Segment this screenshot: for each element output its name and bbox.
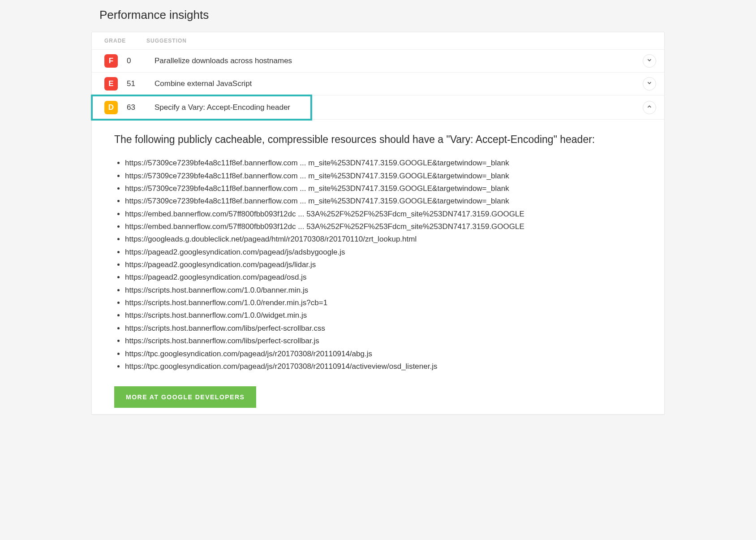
suggestion-text: Specify a Vary: Accept-Encoding header [155, 103, 303, 112]
header-suggestion: SUGGESTION [146, 38, 187, 44]
resource-list: https://57309ce7239bfe4a8c11f8ef.bannerf… [114, 157, 651, 373]
resource-list-item: https://57309ce7239bfe4a8c11f8ef.bannerf… [125, 195, 651, 207]
chevron-down-icon [646, 57, 653, 65]
grade-badge: D [104, 101, 118, 114]
resource-list-item: https://scripts.host.bannerflow.com/1.0.… [125, 284, 651, 297]
grade-badge: E [104, 77, 118, 91]
grade-score: 63 [127, 103, 155, 112]
grade-badge: F [104, 54, 118, 68]
suggestion-text: Parallelize downloads across hostnames [155, 56, 638, 65]
header-grade: GRADE [104, 38, 146, 44]
resource-list-item: https://embed.bannerflow.com/57ff800fbb0… [125, 208, 651, 220]
grade-score: 51 [127, 79, 155, 88]
resource-list-item: https://scripts.host.bannerflow.com/libs… [125, 335, 651, 347]
resource-list-item: https://57309ce7239bfe4a8c11f8ef.bannerf… [125, 182, 651, 195]
collapse-button[interactable] [643, 101, 656, 114]
resource-list-item: https://googleads.g.doubleclick.net/page… [125, 233, 651, 246]
insight-row-expanded[interactable]: D 63 x D 63 Specify a Vary: Accept-Encod… [92, 95, 664, 120]
chevron-up-icon [646, 104, 653, 112]
resource-list-item: https://scripts.host.bannerflow.com/1.0.… [125, 297, 651, 309]
insight-row[interactable]: F 0 Parallelize downloads across hostnam… [92, 50, 664, 73]
resource-list-item: https://57309ce7239bfe4a8c11f8ef.bannerf… [125, 157, 651, 169]
table-header: GRADE SUGGESTION [92, 32, 664, 50]
insights-panel: GRADE SUGGESTION F 0 Parallelize downloa… [91, 32, 665, 415]
resource-list-item: https://scripts.host.bannerflow.com/libs… [125, 322, 651, 335]
more-at-google-developers-button[interactable]: MORE AT GOOGLE DEVELOPERS [114, 386, 256, 408]
insight-detail: The following publicly cacheable, compre… [92, 120, 664, 415]
page-title: Performance insights [99, 8, 665, 22]
suggestion-text: Combine external JavaScript [155, 79, 638, 88]
chevron-down-icon [646, 80, 653, 88]
detail-heading: The following publicly cacheable, compre… [114, 132, 634, 147]
resource-list-item: https://pagead2.googlesyndication.com/pa… [125, 246, 651, 259]
resource-list-item: https://scripts.host.bannerflow.com/1.0.… [125, 309, 651, 322]
resource-list-item: https://tpc.googlesyndication.com/pagead… [125, 348, 651, 360]
resource-list-item: https://pagead2.googlesyndication.com/pa… [125, 259, 651, 271]
resource-list-item: https://pagead2.googlesyndication.com/pa… [125, 271, 651, 284]
expand-button[interactable] [643, 54, 656, 68]
resource-list-item: https://embed.bannerflow.com/57ff800fbb0… [125, 220, 651, 233]
expand-button[interactable] [643, 77, 656, 91]
insight-row[interactable]: E 51 Combine external JavaScript [92, 73, 664, 95]
resource-list-item: https://57309ce7239bfe4a8c11f8ef.bannerf… [125, 170, 651, 182]
grade-score: 0 [127, 56, 155, 65]
resource-list-item: https://tpc.googlesyndication.com/pagead… [125, 360, 651, 373]
